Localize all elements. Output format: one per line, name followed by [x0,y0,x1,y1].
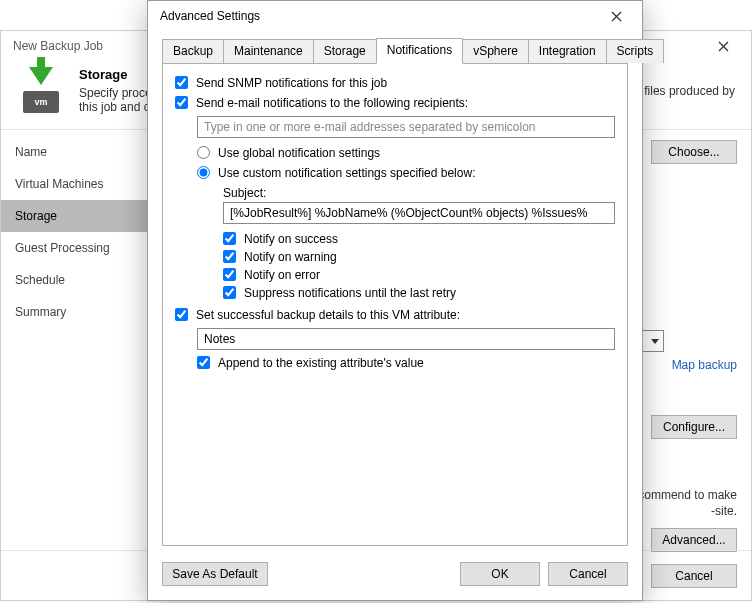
notify-success-checkbox[interactable] [223,232,236,245]
append-attribute-label: Append to the existing attribute's value [218,356,424,370]
tab-storage[interactable]: Storage [313,39,377,63]
vm-attribute-section: Set successful backup details to this VM… [175,308,615,370]
subject-label: Subject: [223,186,615,200]
front-footer: Save As Default OK Cancel [148,558,642,600]
recommend-text-a: commend to make [638,488,737,502]
notify-warning-label: Notify on warning [244,250,337,264]
tab-backup[interactable]: Backup [162,39,224,63]
email-recipients-input[interactable] [197,116,615,138]
set-attribute-label: Set successful backup details to this VM… [196,308,460,322]
tab-integration[interactable]: Integration [528,39,607,63]
sidebar-item-storage[interactable]: Storage [1,200,150,232]
front-body: Backup Maintenance Storage Notifications… [162,38,628,546]
sidebar-label: Guest Processing [15,241,110,255]
front-titlebar: Advanced Settings [148,1,642,32]
email-field-wrap [197,116,615,138]
email-label: Send e-mail notifications to the followi… [196,96,468,110]
email-checkbox[interactable] [175,96,188,109]
close-icon [718,41,729,52]
step-title: Storage [79,67,152,82]
sidebar-label: Schedule [15,273,65,287]
recommend-text-b: -site. [711,504,737,518]
snmp-checkbox[interactable] [175,76,188,89]
custom-settings-radio[interactable] [197,166,210,179]
close-icon [611,11,622,22]
step-desc-right: files produced by [644,84,735,98]
suppress-retry-label: Suppress notifications until the last re… [244,286,456,300]
tab-scripts[interactable]: Scripts [606,39,665,63]
notify-error-checkbox[interactable] [223,268,236,281]
sidebar-item-schedule[interactable]: Schedule [1,264,150,296]
chevron-down-icon [651,339,659,344]
map-backup-link[interactable]: Map backup [672,358,737,372]
back-close-button[interactable] [703,32,743,60]
custom-settings-row: Use custom notification settings specifi… [197,166,615,180]
subject-input[interactable] [223,202,615,224]
sidebar-item-summary[interactable]: Summary [1,296,150,328]
step-desc-part1: Specify proce [79,86,152,100]
back-cancel-button[interactable]: Cancel [651,564,737,588]
tab-notifications[interactable]: Notifications [376,38,463,64]
save-as-default-button[interactable]: Save As Default [162,562,268,586]
sidebar-label: Summary [15,305,66,319]
step-desc: Specify proce [79,86,152,100]
notify-success-label: Notify on success [244,232,338,246]
cancel-button[interactable]: Cancel [548,562,628,586]
configure-button[interactable]: Configure... [651,415,737,439]
tab-vsphere[interactable]: vSphere [462,39,529,63]
vm-attribute-input[interactable] [197,328,615,350]
notify-error-label: Notify on error [244,268,320,282]
sidebar-item-guest-processing[interactable]: Guest Processing [1,232,150,264]
ok-button[interactable]: OK [460,562,540,586]
back-title: New Backup Job [13,39,103,53]
sidebar-label: Virtual Machines [15,177,104,191]
global-settings-row: Use global notification settings [197,146,615,160]
global-settings-radio[interactable] [197,146,210,159]
append-attribute-checkbox[interactable] [197,356,210,369]
tab-maintenance[interactable]: Maintenance [223,39,314,63]
notify-group: Notify on success Notify on warning Noti… [223,232,615,300]
notifications-panel: Send SNMP notifications for this job Sen… [162,64,628,546]
choose-button[interactable]: Choose... [651,140,737,164]
sidebar-label: Storage [15,209,57,223]
snmp-label: Send SNMP notifications for this job [196,76,387,90]
set-attribute-checkbox[interactable] [175,308,188,321]
advanced-settings-dialog: Advanced Settings Backup Maintenance Sto… [147,0,643,601]
global-settings-label: Use global notification settings [218,146,380,160]
sidebar-label: Name [15,145,47,159]
notify-warning-checkbox[interactable] [223,250,236,263]
front-close-button[interactable] [594,2,638,30]
front-title: Advanced Settings [160,9,260,23]
email-row: Send e-mail notifications to the followi… [175,96,615,110]
vm-badge: vm [23,91,59,113]
step-desc-line2: this job and c [79,100,152,114]
snmp-row: Send SNMP notifications for this job [175,76,615,90]
advanced-button[interactable]: Advanced... [651,528,737,552]
suppress-retry-checkbox[interactable] [223,286,236,299]
wizard-sidebar: Name Virtual Machines Storage Guest Proc… [1,130,151,560]
subject-wrap [223,202,615,224]
tabstrip: Backup Maintenance Storage Notifications… [162,38,628,64]
sidebar-item-name[interactable]: Name [1,136,150,168]
storage-step-icon: vm [17,67,65,115]
custom-settings-label: Use custom notification settings specifi… [218,166,475,180]
sidebar-item-virtual-machines[interactable]: Virtual Machines [1,168,150,200]
